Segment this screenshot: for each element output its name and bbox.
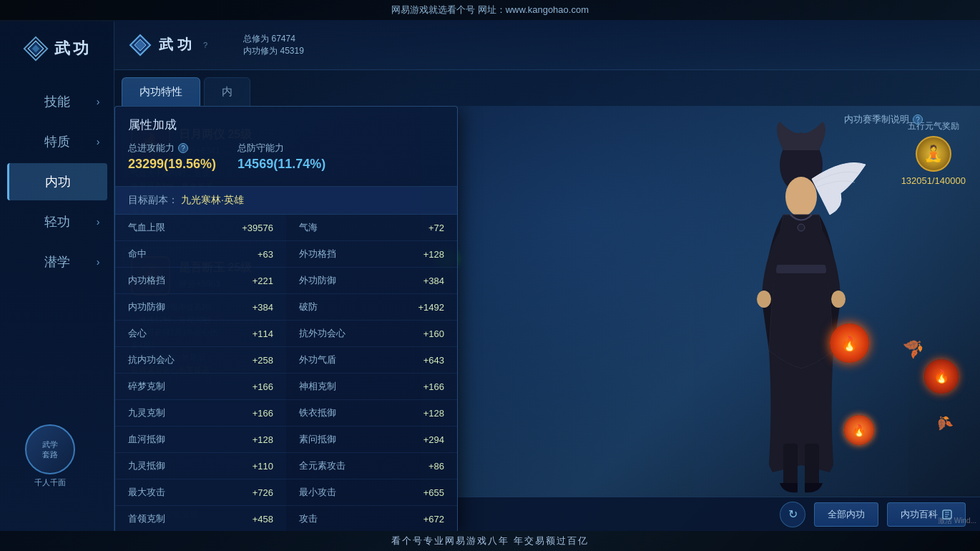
watermark-bottom-text: 看个号专业网易游戏八年 年交易额过百亿 [391,535,589,547]
stat-value: +114 [253,328,273,339]
tab-neigong-traits[interactable]: 内功特性 [122,77,200,106]
stat-name: 外功格挡 [299,248,336,260]
tabs-row: 内功特性 内 [114,70,980,106]
fire-orb-3: 🔥 [844,415,874,445]
stats-grid: 气血上限+39576气海+72命中+63外功格挡+128内功格挡+221外功防御… [115,215,457,531]
total-attack-label: 总进攻能力 ? [128,142,216,155]
sidebar-item-inner-label: 内功 [45,173,71,190]
total-defense-block: 总防守能力 14569(11.74%) [237,142,325,172]
stat-value: +655 [423,487,444,498]
char-tag: 武学套路 千人千面 [11,424,89,488]
total-attack-value: 23299(19.56%) [128,157,216,172]
char-circle-text: 武学套路 [42,439,58,460]
stat-row-right-22: 攻击+672 [286,506,457,531]
stat-value: +384 [253,302,273,313]
char-display: 五行元气奖励 🧘 132051/140000 内功赛季制说明 ? [422,106,980,531]
tab-neigong-2[interactable]: 内 [204,77,250,106]
stat-row-left-16: 血河抵御+128 [115,426,286,453]
sidebar-arrow-secret: › [97,256,100,268]
target-row: 目标副本： 九光寒林·英雄 [115,187,457,215]
sidebar-item-skills[interactable]: 技能 › [7,83,107,120]
help-icon-title[interactable]: ? [203,41,207,49]
inner-wiki-label: 内功百科 [901,508,938,521]
stat-name: 抗内功会心 [128,353,175,366]
stat-value: +384 [423,276,444,286]
stat-value: +128 [423,408,444,419]
refresh-button[interactable]: ↻ [780,502,805,527]
stat-name: 攻击 [299,512,318,525]
logo-text: 武功 [54,38,92,59]
svg-point-8 [798,224,805,231]
stat-row-left-20: 最大攻击+726 [115,479,286,506]
total-attack-block: 总进攻能力 ? 23299(19.56%) [128,142,216,172]
logo-area: 武功 [16,36,99,62]
help-btn-icon[interactable]: ? [913,114,923,125]
stat-value: +294 [423,434,444,445]
stat-value: +166 [253,381,273,392]
watermark-top: 网易游戏就选看个号 网址：www.kangohao.com [0,0,980,20]
activate-notice: 激活 Wind... [938,516,976,526]
stat-row-left-8: 会心+114 [115,321,286,347]
stat-row-left-10: 抗内功会心+258 [115,347,286,374]
stat-value: +128 [423,249,444,260]
tab-neigong-traits-label: 内功特性 [139,85,182,99]
stat-name: 命中 [128,248,147,260]
stat-value: +72 [428,223,444,233]
stat-name: 抗外功会心 [299,327,346,340]
all-inner-button[interactable]: 全部内功 [814,502,878,527]
inner-skill-value: 内功修为 45319 [243,45,304,57]
stat-name: 气血上限 [128,221,165,234]
stat-name: 全元素攻击 [299,459,346,472]
stat-row-right-10: 外功气盾+643 [286,347,457,374]
stat-value: +86 [428,461,444,472]
stat-value: +110 [253,461,273,472]
sidebar-item-secret-label: 潜学 [44,253,70,270]
watermark-top-text: 网易游戏就选看个号 网址：www.kangohao.com [391,4,589,16]
stat-name: 九灵克制 [128,406,165,419]
tab-neigong-2-label: 内 [222,85,232,99]
stat-value: +63 [258,249,273,260]
stat-row-right-6: 破防+1492 [286,294,457,321]
reward-circle: 🧘 [916,136,951,172]
stat-name: 外功气盾 [299,353,336,366]
main-header: 武功 ? 总修为 67474 内功修为 45319 [114,20,980,70]
stat-value: +726 [253,487,273,498]
overlay-attribute-bonus: 属性加成 总进攻能力 ? 23299(19.56%) 总防守能力 14569(1… [114,106,458,531]
reward-progress: 132051/140000 [901,175,966,186]
stat-row-right-8: 抗外功会心+160 [286,321,457,347]
stat-name: 外功防御 [299,274,336,287]
watermark-bottom: 看个号专业网易游戏八年 年交易额过百亿 [0,531,980,551]
total-attack-help-icon[interactable]: ? [178,143,188,153]
fire-orbs-area: 🔥 🔥 🔥 🍂 🍂 [823,316,966,459]
fire-leaf-1: 🍂 [900,333,926,360]
svg-point-12 [831,291,846,308]
sidebar-item-traits[interactable]: 特质 › [7,123,107,160]
sidebar-item-light-label: 轻功 [44,213,70,230]
page-title: 武功 [159,35,196,54]
sidebar-item-secret[interactable]: 潜学 › [7,243,107,281]
stat-name: 九灵抵御 [128,459,165,472]
char-circle: 武学套路 [25,424,75,474]
stat-value: +166 [423,381,444,392]
sidebar-item-inner[interactable]: 内功 [7,163,107,200]
stat-row-right-14: 铁衣抵御+128 [286,400,457,426]
svg-point-6 [785,177,817,217]
stat-row-left-12: 碎梦克制+166 [115,374,286,400]
sidebar-arrow-light: › [97,216,100,228]
stat-value: +672 [423,514,444,525]
svg-rect-9 [783,444,798,487]
sidebar-arrow-skills: › [97,96,100,107]
stat-name: 最小攻击 [299,486,336,499]
stat-row-right-2: 外功格挡+128 [286,241,457,268]
stat-row-left-2: 命中+63 [115,241,286,268]
fire-orb-1: 🔥 [830,323,869,363]
stat-value: +1492 [418,302,444,313]
stat-value: +258 [253,355,273,366]
logo-icon [23,36,49,62]
target-value: 九光寒林·英雄 [181,194,244,205]
stat-value: +128 [253,434,273,445]
stat-value: +458 [253,514,273,525]
sidebar-arrow-traits: › [97,136,100,147]
sidebar-item-light[interactable]: 轻功 › [7,203,107,240]
stat-name: 内功防御 [128,301,165,313]
